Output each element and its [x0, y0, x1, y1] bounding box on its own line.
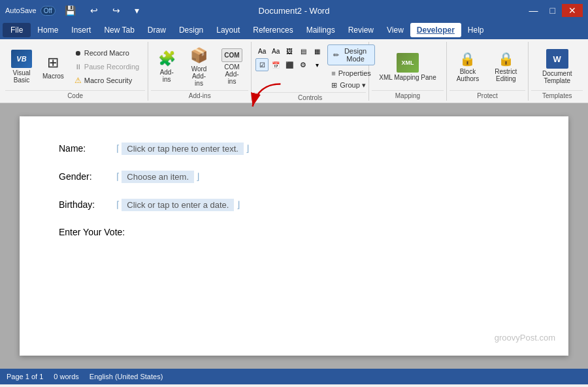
- gender-input[interactable]: Choose an item.: [122, 171, 194, 183]
- undo-button[interactable]: ↩: [85, 4, 103, 17]
- autosave-label: AutoSave: [5, 7, 37, 14]
- status-bar: Page 1 of 1 0 words English (United Stat…: [0, 369, 588, 384]
- status-page: Page 1 of 1: [7, 373, 43, 380]
- document-area: Name: ⌈ Click or tap here to enter text.…: [0, 103, 588, 369]
- ctrl-picture[interactable]: 🖼: [283, 44, 296, 58]
- name-field[interactable]: ⌈ Click or tap here to enter text. ⌋: [116, 143, 249, 155]
- menu-insert[interactable]: Insert: [65, 23, 97, 37]
- minimize-button[interactable]: —: [524, 4, 544, 17]
- birthday-row: Birthday: ⌈ Click or tap to enter a date…: [59, 199, 529, 211]
- mapping-group-label: Mapping: [372, 90, 443, 101]
- menu-design[interactable]: Design: [172, 23, 210, 37]
- bracket-left: ⌈: [116, 143, 120, 154]
- code-group-label: Code: [5, 90, 145, 101]
- ctrl-rich-text[interactable]: Aa: [255, 44, 269, 58]
- block-authors-button[interactable]: 🔒 Block Authors: [451, 45, 485, 88]
- birthday-input[interactable]: Click or tap to enter a date.: [122, 199, 234, 211]
- visual-basic-label: VisualBasic: [12, 69, 30, 84]
- menu-file[interactable]: File: [3, 23, 31, 37]
- title-bar: AutoSave Off 💾 ↩ ↪ ▾ Document2 - Word — …: [0, 0, 588, 21]
- document-template-button[interactable]: W Document Template: [532, 45, 581, 88]
- menu-developer[interactable]: Developer: [410, 23, 461, 37]
- menu-draw[interactable]: Draw: [141, 23, 172, 37]
- menu-new-tab[interactable]: New Tab: [97, 23, 140, 37]
- ctrl-checkbox[interactable]: ☑: [255, 58, 269, 71]
- gender-row: Gender: ⌈ Choose an item. ⌋: [59, 171, 529, 183]
- pause-recording-button[interactable]: ⏸ Pause Recording: [70, 60, 144, 73]
- record-macro-button[interactable]: ⏺ Record Macro: [70, 46, 144, 59]
- menu-help[interactable]: Help: [461, 23, 491, 37]
- ribbon-group-code: VB VisualBasic ⊞ Macros ⏺ Record Macro ⏸: [3, 42, 148, 101]
- vote-label: Enter Your Vote:: [59, 227, 157, 237]
- macros-icon: ⊞: [47, 54, 59, 71]
- document-page: Name: ⌈ Click or tap here to enter text.…: [20, 116, 568, 356]
- autosave-toggle[interactable]: Off: [41, 6, 56, 16]
- title-bar-left: AutoSave Off 💾 ↩ ↪ ▾: [5, 4, 144, 17]
- status-words: 0 words: [54, 373, 79, 380]
- ctrl-more[interactable]: ▾: [310, 58, 323, 71]
- menu-bar: File Home Insert New Tab Draw Design Lay…: [0, 21, 588, 39]
- xml-icon: XML: [397, 53, 419, 73]
- ribbon-group-addins: 🧩 Add- ins 📦 Word Add-ins COM COM Add-in…: [148, 42, 252, 101]
- gender-label: Gender:: [59, 171, 111, 182]
- com-add-ins-button[interactable]: COM COM Add-ins: [217, 45, 247, 88]
- properties-icon: ≡: [331, 69, 335, 77]
- maximize-button[interactable]: □: [545, 4, 561, 17]
- macros-button[interactable]: ⊞ Macros: [38, 46, 69, 87]
- word-add-ins-button[interactable]: 📦 Word Add-ins: [184, 45, 214, 88]
- birthday-label: Birthday:: [59, 199, 111, 210]
- code-stacked-buttons: ⏺ Record Macro ⏸ Pause Recording ⚠ Macro…: [70, 46, 144, 87]
- redo-button[interactable]: ↪: [107, 4, 125, 17]
- block-authors-icon: 🔒: [459, 51, 476, 67]
- menu-references[interactable]: References: [246, 23, 299, 37]
- watermark: groovyPost.com: [495, 333, 555, 343]
- ctrl-dropdown[interactable]: ▦: [310, 44, 323, 58]
- menu-view[interactable]: View: [380, 23, 410, 37]
- birthday-field[interactable]: ⌈ Click or tap to enter a date. ⌋: [116, 199, 240, 211]
- ctrl-combo-box[interactable]: ▤: [297, 44, 310, 58]
- ribbon-group-mapping: XML XML Mapping Pane Mapping: [369, 42, 446, 101]
- menu-home[interactable]: Home: [31, 23, 65, 37]
- bracket-left: ⌈: [116, 171, 120, 182]
- vote-row: Enter Your Vote:: [59, 227, 529, 237]
- status-language: English (United States): [90, 373, 163, 380]
- templates-group-label: Templates: [531, 90, 583, 101]
- vb-icon: VB: [11, 50, 32, 68]
- word-icon: W: [546, 49, 568, 69]
- menu-review[interactable]: Review: [342, 23, 380, 37]
- group-icon: ⊞: [331, 81, 337, 90]
- ctrl-plain-text[interactable]: Aa: [269, 44, 282, 58]
- design-mode-button[interactable]: ✏ Design Mode: [327, 44, 375, 65]
- customize-toolbar-button[interactable]: ▾: [129, 4, 144, 17]
- close-button[interactable]: ✕: [562, 4, 583, 17]
- visual-basic-button[interactable]: VB VisualBasic: [7, 46, 37, 87]
- macros-label: Macros: [42, 73, 64, 80]
- name-row: Name: ⌈ Click or tap here to enter text.…: [59, 143, 529, 155]
- com-icon: COM: [221, 48, 242, 62]
- window-controls: — □ ✕: [524, 4, 583, 17]
- restrict-editing-button[interactable]: 🔒 Restrict Editing: [487, 45, 524, 88]
- gender-field[interactable]: ⌈ Choose an item. ⌋: [116, 171, 199, 183]
- warning-icon: ⚠: [74, 76, 82, 85]
- protect-group-label: Protect: [449, 90, 526, 101]
- name-input[interactable]: Click or tap here to enter text.: [122, 143, 244, 155]
- menu-layout[interactable]: Layout: [210, 23, 246, 37]
- ctrl-building-blocks[interactable]: ⬛: [283, 58, 296, 71]
- record-icon: ⏺: [74, 49, 82, 57]
- macro-security-button[interactable]: ⚠ Macro Security: [70, 74, 144, 87]
- ctrl-date[interactable]: 📅: [269, 58, 282, 71]
- xml-mapping-button[interactable]: XML XML Mapping Pane: [373, 45, 442, 88]
- pause-icon: ⏸: [74, 63, 82, 71]
- name-label: Name:: [59, 143, 111, 154]
- ribbon-group-controls: Aa Aa 🖼 ▤ ▦ ☑ 📅 ⬛ ⚙ ▾: [252, 42, 369, 101]
- ctrl-legacy[interactable]: ⚙: [297, 58, 310, 71]
- bracket-left: ⌈: [116, 199, 120, 210]
- group-button[interactable]: ⊞ Group ▾: [327, 80, 375, 91]
- add-ins-button[interactable]: 🧩 Add- ins: [152, 45, 181, 88]
- restrict-editing-icon: 🔒: [498, 51, 514, 67]
- properties-button[interactable]: ≡ Properties: [327, 68, 375, 78]
- menu-mailings[interactable]: Mailings: [300, 23, 342, 37]
- controls-group-label: Controls: [254, 92, 366, 103]
- save-button[interactable]: 💾: [59, 4, 81, 17]
- document-title: Document2 - Word: [259, 6, 330, 16]
